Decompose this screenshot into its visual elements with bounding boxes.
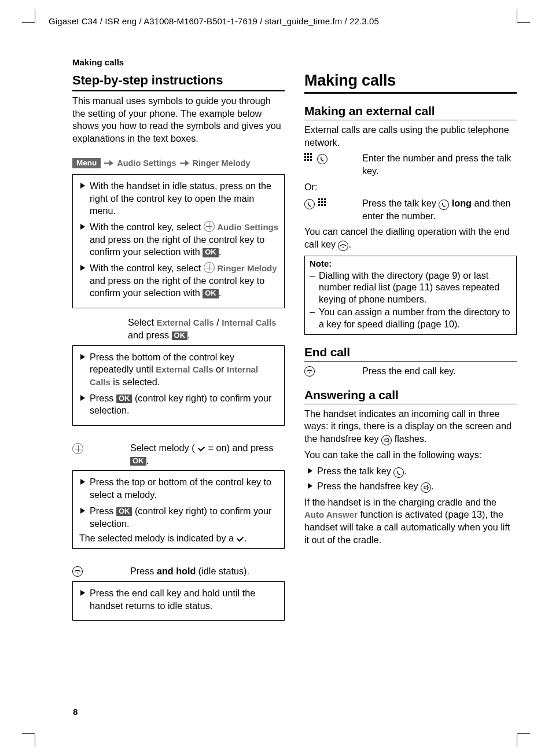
instruction-item: With the handset in idle status, press o… <box>78 180 279 217</box>
instruction-item: With the control key, select Ringer Melo… <box>78 262 279 300</box>
footnote-text: The selected melody is indicated by a . <box>78 533 279 544</box>
talk-key-icon <box>439 200 449 210</box>
inline-instruction: Press and hold (idle status). <box>72 565 285 578</box>
paragraph: If the handset is in the charging cradle… <box>304 496 517 547</box>
svg-rect-10 <box>318 198 320 200</box>
crop-mark <box>22 733 35 734</box>
ok-label-box: OK <box>130 457 146 466</box>
svg-rect-16 <box>318 204 320 206</box>
document-header-path: Gigaset C34 / ISR eng / A31008-M1607-B50… <box>49 16 517 26</box>
svg-rect-5 <box>307 156 309 158</box>
svg-rect-15 <box>324 201 326 203</box>
or-label: Or: <box>304 181 517 194</box>
list-item: Press the talk key . <box>304 465 517 478</box>
heading-external-call: Making an external call <box>304 104 517 120</box>
crop-mark <box>517 9 517 22</box>
svg-rect-9 <box>310 159 312 161</box>
step-row: Press the talk key long and then enter t… <box>304 197 517 223</box>
checkmark-icon <box>197 445 205 452</box>
paragraph: The handset indicates an incoming call i… <box>304 408 517 445</box>
paragraph: You can cancel the dialling operation wi… <box>304 226 517 251</box>
svg-rect-1 <box>304 153 306 155</box>
navigation-key-icon <box>204 262 215 273</box>
crop-mark <box>22 22 35 23</box>
svg-rect-3 <box>310 153 312 155</box>
end-call-key-icon <box>338 241 348 251</box>
instruction-box: Press the bottom of the control key repe… <box>72 345 285 426</box>
ok-label-box: OK <box>116 507 133 516</box>
left-column: Step-by-step instructions This manual us… <box>72 72 285 629</box>
ok-label-box: OK <box>203 289 219 298</box>
crop-mark <box>35 734 35 747</box>
svg-rect-4 <box>304 156 306 158</box>
navigation-key-icon <box>204 221 215 232</box>
end-call-key-icon <box>72 566 83 577</box>
handsfree-key-icon <box>421 482 431 493</box>
crop-mark <box>35 9 35 22</box>
heading-end-call: End call <box>304 345 517 362</box>
note-box: Note: Dialling with the directory (page … <box>304 256 517 335</box>
ok-label-box: OK <box>172 331 188 340</box>
menu-navigation-path: Menu Audio Settings Ringer Melody <box>72 158 285 168</box>
ok-label-box: OK <box>203 248 219 257</box>
svg-point-20 <box>309 373 310 374</box>
inline-instruction: Select melody ( = on) and press OK. <box>72 442 285 467</box>
note-title: Note: <box>310 259 511 268</box>
crop-mark <box>517 734 517 747</box>
navigation-key-icon <box>72 443 83 454</box>
svg-rect-6 <box>310 156 312 158</box>
svg-rect-17 <box>321 204 323 206</box>
handsfree-key-icon <box>381 435 392 445</box>
instruction-item: Press OK (control key right) to confirm … <box>78 392 279 417</box>
svg-rect-2 <box>307 153 309 155</box>
keypad-icon <box>304 153 314 165</box>
arrow-right-icon <box>104 160 113 166</box>
end-call-key-icon <box>304 366 315 377</box>
manual-page: Gigaset C34 / ISR eng / A31008-M1607-B50… <box>0 0 552 756</box>
heading-step-by-step: Step-by-step instructions <box>72 73 285 91</box>
svg-rect-7 <box>304 159 306 161</box>
crop-mark <box>517 22 530 23</box>
instruction-item: Press OK (control key right) to confirm … <box>78 505 279 530</box>
instruction-box: Press the top or bottom of the control k… <box>72 470 285 549</box>
svg-rect-13 <box>318 201 320 203</box>
paragraph: External calls are calls using the publi… <box>304 124 517 149</box>
paragraph: You can take the call in the following w… <box>304 449 517 462</box>
inline-instruction: Select External Calls / Internal Calls a… <box>128 316 285 341</box>
arrow-right-icon <box>180 160 189 166</box>
two-column-layout: Step-by-step instructions This manual us… <box>72 72 517 629</box>
intro-paragraph: This manual uses symbols to guide you th… <box>72 95 285 145</box>
talk-key-icon <box>304 199 315 209</box>
talk-key-icon <box>393 467 404 478</box>
note-item: Dialling with the directory (page 9) or … <box>310 270 511 305</box>
menu-label-box: Menu <box>72 158 101 168</box>
checkmark-icon <box>236 535 244 542</box>
instruction-box: With the handset in idle status, press o… <box>72 174 285 308</box>
step-row: Enter the number and press the talk key. <box>304 152 517 177</box>
running-head: Making calls <box>72 57 517 67</box>
svg-rect-12 <box>324 198 326 200</box>
instruction-item: With the control key, select Audio Setti… <box>78 221 279 259</box>
instruction-item: Press the top or bottom of the control k… <box>78 476 279 501</box>
ok-label-box: OK <box>116 394 133 403</box>
step-row: Press the end call key. <box>304 365 517 378</box>
svg-rect-8 <box>307 159 309 161</box>
menu-path-item: Ringer Melody <box>193 158 251 168</box>
svg-rect-18 <box>324 204 326 206</box>
instruction-item: Press the bottom of the control key repe… <box>78 351 279 389</box>
right-column: Making calls Making an external call Ext… <box>304 72 517 629</box>
svg-rect-14 <box>321 201 323 203</box>
instruction-item: Press the end call key and hold until th… <box>78 587 279 612</box>
bullet-list: Press the talk key . Press the handsfree… <box>304 465 517 493</box>
instruction-box: Press the end call key and hold until th… <box>72 581 285 621</box>
menu-path-item: Audio Settings <box>117 158 176 168</box>
crop-mark <box>517 733 530 734</box>
heading-answering: Answering a call <box>304 388 517 404</box>
list-item: Press the handsfree key . <box>304 480 517 493</box>
keypad-icon <box>318 198 327 210</box>
svg-point-0 <box>77 573 78 574</box>
svg-rect-11 <box>321 198 323 200</box>
note-item: You can assign a number from the directo… <box>310 306 511 330</box>
svg-point-19 <box>343 247 344 248</box>
page-number: 8 <box>73 707 78 717</box>
